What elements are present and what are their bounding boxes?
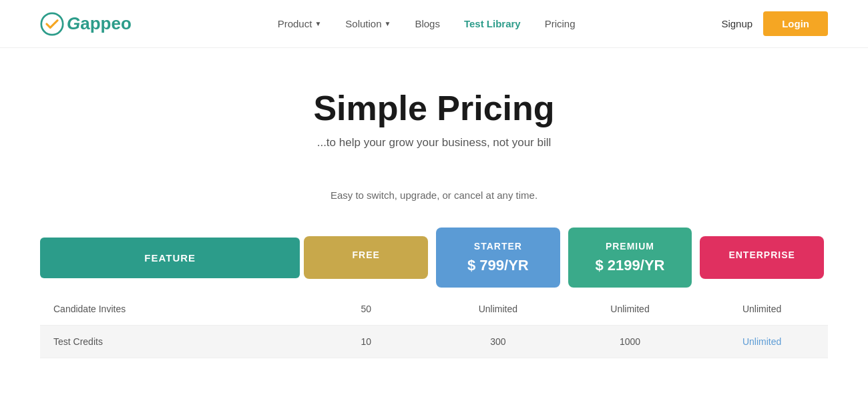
premium-plan-header: PREMIUM $ 2199/YR [564, 228, 696, 293]
free-plan-card: FREE [304, 236, 428, 279]
nav-product[interactable]: Product ▼ [278, 18, 322, 29]
feature-label: Test Credits [40, 326, 300, 358]
pricing-section: FEATURE FREE STARTER $ 799/YR PREMIUM [0, 214, 868, 385]
page-title: Simple Pricing [13, 88, 855, 128]
free-value: 10 [300, 326, 432, 358]
table-row: Candidate Invites 50 Unlimited Unlimited… [40, 293, 828, 326]
enterprise-plan-name: ENTERPRISE [706, 250, 817, 260]
premium-value: Unlimited [564, 293, 696, 326]
enterprise-plan-card: ENTERPRISE [700, 236, 824, 279]
enterprise-plan-header: ENTERPRISE [696, 228, 828, 293]
nav-solution[interactable]: Solution ▼ [345, 18, 391, 29]
hero-section: Simple Pricing ...to help your grow your… [0, 48, 868, 163]
starter-value: Unlimited [432, 293, 564, 326]
nav-pricing[interactable]: Pricing [545, 18, 576, 29]
logo-text: Gappeo [67, 13, 132, 34]
table-row: Test Credits 10 300 1000 Unlimited [40, 326, 828, 358]
switch-text: Easy to switch, upgrade, or cancel at an… [0, 163, 868, 214]
hero-subtitle: ...to help your grow your business, not … [13, 136, 855, 149]
starter-plan-price: $ 799/YR [443, 257, 554, 274]
nav-blogs[interactable]: Blogs [415, 18, 440, 29]
signup-button[interactable]: Signup [721, 18, 752, 29]
free-plan-name: FREE [310, 250, 421, 260]
feature-header-card: FEATURE [40, 238, 300, 278]
navigation: Gappeo Product ▼ Solution ▼ Blogs Test L… [0, 0, 868, 48]
premium-plan-name: PREMIUM [575, 241, 686, 252]
premium-value: 1000 [564, 326, 696, 358]
pricing-table: FEATURE FREE STARTER $ 799/YR PREMIUM [40, 228, 828, 358]
starter-value: 300 [432, 326, 564, 358]
free-value: 50 [300, 293, 432, 326]
login-button[interactable]: Login [763, 11, 828, 36]
premium-plan-price: $ 2199/YR [575, 257, 686, 274]
svg-point-0 [41, 13, 63, 34]
product-caret-icon: ▼ [314, 20, 321, 27]
logo[interactable]: Gappeo [40, 12, 132, 36]
feature-label: Candidate Invites [40, 293, 300, 326]
feature-col-header: FEATURE [40, 228, 300, 293]
starter-plan-header: STARTER $ 799/YR [432, 228, 564, 293]
logo-icon [40, 12, 64, 36]
free-plan-header: FREE [300, 228, 432, 293]
nav-test-library[interactable]: Test Library [464, 18, 521, 29]
nav-actions: Signup Login [721, 11, 828, 36]
nav-links: Product ▼ Solution ▼ Blogs Test Library … [278, 18, 576, 29]
starter-plan-name: STARTER [443, 241, 554, 252]
starter-plan-card: STARTER $ 799/YR [436, 228, 560, 288]
premium-plan-card: PREMIUM $ 2199/YR [568, 228, 692, 288]
enterprise-value: Unlimited [696, 326, 828, 358]
enterprise-value: Unlimited [696, 293, 828, 326]
solution-caret-icon: ▼ [385, 20, 391, 27]
